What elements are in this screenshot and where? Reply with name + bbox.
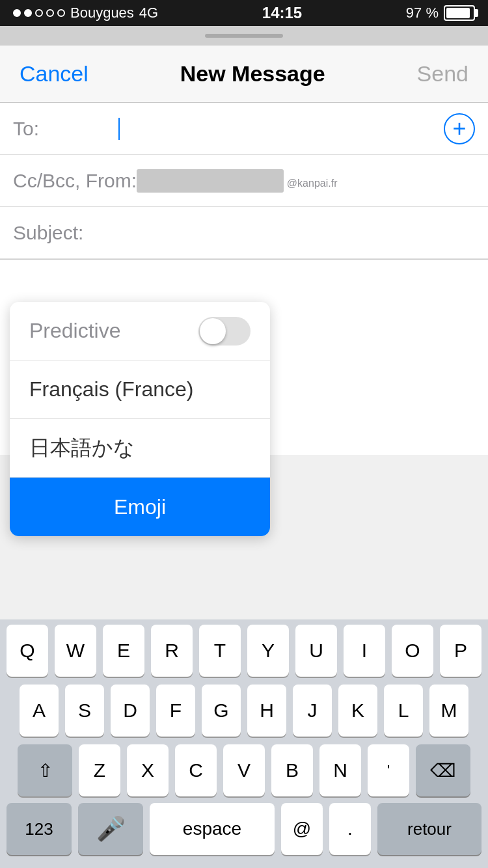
dot-key[interactable]: . [329, 803, 371, 855]
emoji-option[interactable]: Emoji [10, 478, 270, 536]
key-j[interactable]: J [293, 685, 332, 737]
key-e[interactable]: E [103, 625, 144, 677]
drag-handle [205, 34, 283, 38]
key-y[interactable]: Y [247, 625, 289, 677]
drag-handle-area [0, 26, 488, 46]
signal-dots [13, 9, 65, 17]
key-t[interactable]: T [199, 625, 241, 677]
delete-key[interactable]: ⌫ [416, 744, 470, 796]
key-b[interactable]: B [271, 744, 313, 796]
key-s[interactable]: S [65, 685, 104, 737]
key-g[interactable]: G [202, 685, 241, 737]
at-key[interactable]: @ [281, 803, 323, 855]
key-c[interactable]: C [175, 744, 217, 796]
predictive-row[interactable]: Predictive [10, 302, 270, 360]
keyboard-row-1: Q W E R T Y U I O P [0, 619, 488, 679]
key-d[interactable]: D [111, 685, 150, 737]
space-key[interactable]: espace [150, 803, 275, 855]
key-p[interactable]: P [440, 625, 481, 677]
francais-option[interactable]: Français (France) [10, 360, 270, 419]
keyboard-row-2: A S D F G H J K L M [0, 679, 488, 739]
francais-label: Français (France) [29, 377, 194, 401]
network-type: 4G [139, 5, 158, 21]
predictive-label: Predictive [29, 319, 121, 343]
cc-field-row[interactable]: Cc/Bcc, From: ██████████ @kanpai.fr [0, 155, 488, 207]
subject-field-row[interactable]: Subject: [0, 207, 488, 259]
battery-percent: 97 % [406, 5, 439, 21]
key-h[interactable]: H [247, 685, 286, 737]
cc-label: Cc/Bcc, From: [13, 170, 137, 192]
keyboard-row-bottom: 123 🎤 espace @ . retour [0, 799, 488, 868]
key-r[interactable]: R [151, 625, 193, 677]
japanese-label: 日本語かな [29, 434, 135, 463]
add-contact-button[interactable]: + [444, 113, 475, 144]
return-key[interactable]: retour [377, 803, 481, 855]
predictive-toggle[interactable] [198, 317, 251, 346]
key-n[interactable]: N [319, 744, 361, 796]
status-right: 97 % [406, 5, 475, 21]
status-left: Bouygues 4G [13, 5, 158, 21]
key-z[interactable]: Z [79, 744, 120, 796]
signal-dot-3 [35, 9, 43, 17]
key-l[interactable]: L [384, 685, 423, 737]
keyboard-row-3: ⇧ Z X C V B N ' ⌫ [0, 739, 488, 799]
key-i[interactable]: I [344, 625, 385, 677]
key-v[interactable]: V [223, 744, 265, 796]
status-bar: Bouygues 4G 14:15 97 % [0, 0, 488, 26]
compose-area: To: + Cc/Bcc, From: ██████████ @kanpai.f… [0, 103, 488, 260]
key-a[interactable]: A [20, 685, 59, 737]
from-email: ██████████ @kanpai.fr [137, 169, 337, 193]
signal-dot-1 [13, 9, 21, 17]
status-time: 14:15 [262, 4, 302, 22]
battery-fill [446, 8, 470, 18]
key-q[interactable]: Q [7, 625, 48, 677]
toggle-knob [200, 318, 226, 344]
shift-key[interactable]: ⇧ [18, 744, 72, 796]
signal-dot-5 [57, 9, 65, 17]
key-u[interactable]: U [295, 625, 337, 677]
key-w[interactable]: W [55, 625, 96, 677]
battery-icon [444, 5, 475, 21]
microphone-key[interactable]: 🎤 [78, 803, 143, 855]
key-x[interactable]: X [127, 744, 169, 796]
send-button[interactable]: Send [417, 61, 468, 87]
signal-dot-2 [24, 9, 32, 17]
key-o[interactable]: O [392, 625, 433, 677]
email-domain: @kanpai.fr [287, 178, 338, 189]
keyboard-language-popup: Predictive Français (France) 日本語かな Emoji [10, 302, 270, 536]
emoji-label: Emoji [114, 495, 166, 519]
keyboard-container: Q W E R T Y U I O P A S D F G H J K L M … [0, 619, 488, 868]
signal-dot-4 [46, 9, 54, 17]
numbers-key[interactable]: 123 [7, 803, 72, 855]
key-apostrophe[interactable]: ' [368, 744, 409, 796]
japanese-option[interactable]: 日本語かな [10, 419, 270, 478]
nav-bar: Cancel New Message Send [0, 46, 488, 103]
key-m[interactable]: M [429, 685, 468, 737]
to-label: To: [13, 118, 117, 140]
to-cursor [117, 118, 120, 140]
page-title: New Message [180, 61, 325, 87]
to-field-row[interactable]: To: + [0, 103, 488, 155]
carrier-name: Bouygues [70, 5, 134, 21]
key-k[interactable]: K [338, 685, 377, 737]
subject-label: Subject: [13, 222, 117, 244]
email-blur: ██████████ [137, 169, 284, 193]
cancel-button[interactable]: Cancel [20, 61, 88, 87]
key-f[interactable]: F [156, 685, 195, 737]
